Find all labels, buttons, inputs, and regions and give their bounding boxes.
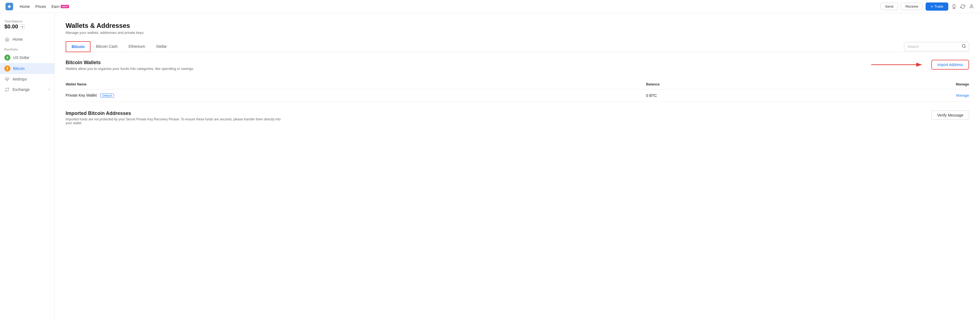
page-subtitle: Manage your wallets, addresses and priva…: [65, 30, 969, 35]
main-layout: Total Balance $0.00 ∨ Home Portfolio $ U…: [0, 0, 980, 321]
trade-button[interactable]: Trade: [926, 2, 948, 11]
sidebar-item-airdrops[interactable]: Airdrops: [0, 74, 54, 84]
nav-earn[interactable]: Earn NEW: [51, 4, 68, 9]
sidebar-item-home[interactable]: Home: [0, 34, 54, 44]
import-btn-wrapper: Import Address: [931, 60, 969, 70]
wallets-table-body: Private Key Wallet Default 0 BTC Manage: [65, 89, 969, 102]
bitcoin-label: Bitcoin: [13, 66, 50, 71]
top-navigation: Home Prices Earn NEW Send Receive Trade: [0, 0, 980, 13]
user-icon[interactable]: [969, 3, 975, 9]
dollar-icon: $: [5, 55, 10, 61]
exchange-icon: [5, 87, 10, 92]
svg-point-3: [971, 5, 972, 6]
sidebar: Total Balance $0.00 ∨ Home Portfolio $ U…: [0, 13, 55, 321]
balance-label: Total Balance: [5, 20, 50, 23]
wallet-name: Private Key Wallet: [65, 93, 97, 98]
wallets-section-subtitle: Wallets allow you to organize your funds…: [65, 66, 194, 71]
search-box: [904, 42, 969, 51]
tabs-row: Bitcoin Bitcoin Cash Ethereum Stellar: [65, 41, 969, 52]
usdollar-label: US Dollar: [13, 55, 50, 60]
airdrops-icon: [5, 76, 10, 82]
mobile-icon[interactable]: [951, 3, 957, 9]
tab-ethereum[interactable]: Ethereum: [123, 41, 151, 52]
col-header-balance: Balance: [646, 79, 810, 89]
balance-amount: $0.00: [5, 24, 18, 30]
wallets-section-header: Bitcoin Wallets Wallets allow you to org…: [65, 60, 969, 76]
topnav-right: Send Receive Trade: [880, 2, 975, 11]
wallets-section-title: Bitcoin Wallets: [65, 60, 194, 65]
portfolio-section-label: Portfolio: [0, 44, 54, 52]
nav-links: Home Prices Earn NEW: [20, 4, 69, 9]
send-button[interactable]: Send: [880, 3, 898, 10]
sidebar-item-bitcoin[interactable]: ₿ Bitcoin: [0, 63, 54, 74]
sidebar-item-usdollar[interactable]: $ US Dollar: [0, 52, 54, 63]
imported-section-title: Imported Bitcoin Addresses: [65, 111, 285, 116]
imported-section-left: Imported Bitcoin Addresses Imported fund…: [65, 111, 285, 128]
nav-earn-label: Earn: [51, 4, 60, 9]
verify-message-button[interactable]: Verify Message: [931, 111, 969, 120]
bitcoin-icon: ₿: [5, 65, 10, 71]
airdrops-label: Airdrops: [13, 77, 50, 81]
sidebar-item-exchange[interactable]: Exchange ↗: [0, 84, 54, 95]
balance-value: $0.00 ∨: [5, 24, 50, 30]
imported-section-subtitle: Imported funds are not protected by your…: [65, 117, 285, 125]
search-input[interactable]: [904, 43, 959, 50]
tab-stellar[interactable]: Stellar: [151, 41, 173, 52]
home-icon: [5, 36, 10, 42]
svg-point-2: [954, 7, 954, 8]
home-label: Home: [13, 37, 50, 41]
tab-bitcoin[interactable]: Bitcoin: [65, 41, 91, 52]
wallet-balance-cell: 0 BTC: [646, 89, 810, 102]
external-link-icon: ↗: [48, 88, 50, 92]
earn-new-badge: NEW: [61, 5, 69, 8]
table-row: Private Key Wallet Default 0 BTC Manage: [65, 89, 969, 102]
wallets-table: Wallet Name Balance Manage Private Key W…: [65, 79, 969, 102]
import-address-button[interactable]: Import Address: [931, 60, 969, 70]
receive-button[interactable]: Receive: [901, 3, 923, 10]
refresh-icon[interactable]: [960, 3, 966, 9]
col-header-manage: Manage: [810, 79, 969, 89]
imported-section: Imported Bitcoin Addresses Imported fund…: [65, 111, 969, 128]
col-header-wallet-name: Wallet Name: [65, 79, 646, 89]
balance-chevron[interactable]: ∨: [20, 24, 25, 29]
default-badge: Default: [100, 93, 114, 98]
sidebar-balance: Total Balance $0.00 ∨: [0, 17, 54, 34]
wallets-section-right: Import Address: [931, 60, 969, 70]
main-content: Wallets & Addresses Manage your wallets,…: [55, 13, 980, 321]
wallet-manage-cell[interactable]: Manage: [810, 89, 969, 102]
wallet-name-cell: Private Key Wallet Default: [65, 89, 646, 102]
nav-prices[interactable]: Prices: [35, 4, 46, 9]
app-logo[interactable]: [5, 3, 13, 10]
svg-point-4: [962, 44, 965, 47]
wallets-table-head: Wallet Name Balance Manage: [65, 79, 969, 89]
nav-home[interactable]: Home: [20, 4, 30, 9]
page-title: Wallets & Addresses: [65, 22, 969, 30]
wallets-section-left: Bitcoin Wallets Wallets allow you to org…: [65, 60, 194, 76]
search-button[interactable]: [959, 42, 969, 51]
exchange-label: Exchange: [13, 87, 45, 92]
annotation-arrow: [871, 59, 926, 70]
tab-bitcoin-cash[interactable]: Bitcoin Cash: [91, 41, 123, 52]
